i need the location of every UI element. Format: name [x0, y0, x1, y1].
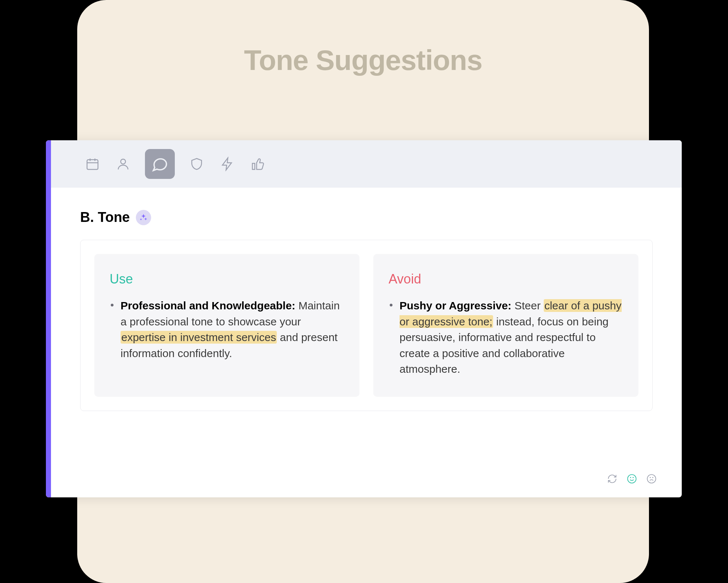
page-title: Tone Suggestions: [77, 44, 649, 77]
use-panel: Use Professional and Knowledgeable: Main…: [94, 254, 359, 397]
main-card: B. Tone Use Professional and Knowledgeab…: [46, 140, 682, 497]
frown-icon[interactable]: [646, 473, 657, 484]
svg-point-10: [653, 477, 653, 478]
smile-icon[interactable]: [626, 473, 637, 484]
bolt-icon[interactable]: [219, 155, 236, 173]
section-title: B. Tone: [80, 210, 130, 225]
svg-rect-0: [87, 160, 98, 169]
avoid-panel-title: Avoid: [389, 271, 623, 287]
use-item: Professional and Knowledgeable: Maintain…: [121, 298, 344, 361]
accent-bar: [46, 140, 51, 497]
avoid-bold: Pushy or Aggressive:: [400, 300, 511, 312]
chat-icon[interactable]: [145, 149, 175, 179]
avoid-item: Pushy or Aggressive: Steer clear of a pu…: [400, 298, 623, 377]
use-panel-title: Use: [110, 271, 344, 287]
svg-point-8: [647, 474, 656, 483]
avoid-panel: Avoid Pushy or Aggressive: Steer clear o…: [373, 254, 638, 397]
section-header: B. Tone: [80, 210, 653, 225]
use-bold: Professional and Knowledgeable:: [121, 300, 295, 312]
person-icon[interactable]: [114, 155, 132, 173]
toolbar: [51, 140, 682, 188]
thumbs-up-icon[interactable]: [249, 155, 267, 173]
use-highlight: expertise in investment services: [121, 331, 277, 344]
content-area: B. Tone Use Professional and Knowledgeab…: [51, 188, 682, 497]
sparkle-icon: [136, 210, 151, 225]
avoid-pre: Steer: [511, 300, 543, 312]
svg-point-7: [633, 477, 633, 478]
calendar-icon[interactable]: [84, 155, 101, 173]
svg-point-6: [630, 477, 631, 478]
svg-point-5: [627, 474, 636, 483]
svg-point-4: [121, 159, 125, 164]
feedback-row: [607, 473, 657, 484]
panels-container: Use Professional and Knowledgeable: Main…: [80, 240, 653, 411]
svg-point-9: [650, 477, 650, 478]
shield-icon[interactable]: [188, 155, 205, 173]
refresh-icon[interactable]: [607, 473, 618, 484]
